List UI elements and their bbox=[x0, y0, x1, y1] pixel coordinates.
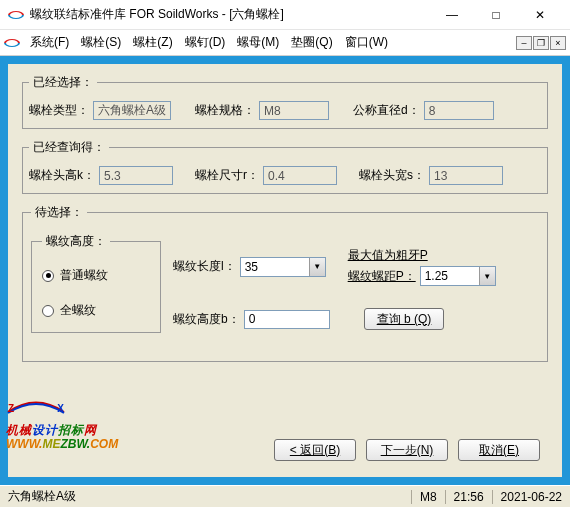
legend-selected: 已经选择： bbox=[29, 74, 97, 91]
field-r: 0.4 bbox=[263, 166, 337, 185]
label-len: 螺纹长度l： bbox=[173, 258, 236, 275]
chevron-down-icon[interactable]: ▼ bbox=[309, 258, 325, 276]
mdi-close-button[interactable]: × bbox=[550, 36, 566, 50]
menu-bolt[interactable]: 螺栓(S) bbox=[75, 32, 127, 53]
label-b: 螺纹高度b： bbox=[173, 311, 240, 328]
radio-normal-button[interactable] bbox=[42, 270, 54, 282]
menu-system[interactable]: 系统(F) bbox=[24, 32, 75, 53]
field-s: 13 bbox=[429, 166, 503, 185]
field-k: 5.3 bbox=[99, 166, 173, 185]
doc-icon bbox=[4, 35, 20, 51]
radio-full-label: 全螺纹 bbox=[60, 302, 96, 319]
label-r: 螺栓尺寸r： bbox=[195, 167, 259, 184]
field-b[interactable]: 0 bbox=[244, 310, 330, 329]
maximize-button[interactable]: □ bbox=[474, 1, 518, 29]
radio-normal[interactable]: 普通螺纹 bbox=[42, 267, 150, 284]
close-button[interactable]: ✕ bbox=[518, 1, 562, 29]
chevron-down-icon[interactable]: ▼ bbox=[479, 267, 495, 285]
cancel-button[interactable]: 取消(E) bbox=[458, 439, 540, 461]
label-pitch-hint: 最大值为粗牙P bbox=[348, 247, 496, 264]
next-button[interactable]: 下一步(N) bbox=[366, 439, 448, 461]
back-button[interactable]: < 返回(B) bbox=[274, 439, 356, 461]
mdi-minimize-button[interactable]: – bbox=[516, 36, 532, 50]
radio-normal-label: 普通螺纹 bbox=[60, 267, 108, 284]
status-spec: M8 bbox=[411, 490, 445, 504]
group-pending: 待选择： 螺纹高度： 普通螺纹 全螺纹 bbox=[22, 204, 548, 362]
app-icon bbox=[8, 7, 24, 23]
label-dia: 公称直径d： bbox=[353, 102, 420, 119]
menu-nut[interactable]: 螺母(M) bbox=[231, 32, 285, 53]
label-s: 螺栓头宽s： bbox=[359, 167, 425, 184]
label-type: 螺栓类型： bbox=[29, 102, 89, 119]
legend-pending: 待选择： bbox=[31, 204, 87, 221]
label-k: 螺栓头高k： bbox=[29, 167, 95, 184]
label-pitch: 螺纹螺距P： bbox=[348, 268, 416, 285]
mdi-restore-button[interactable]: ❐ bbox=[533, 36, 549, 50]
status-time: 21:56 bbox=[445, 490, 492, 504]
group-selected: 已经选择： 螺栓类型： 六角螺栓A级 螺栓规格： M8 公称直径d： 8 bbox=[22, 74, 548, 129]
field-dia: 8 bbox=[424, 101, 494, 120]
select-len[interactable]: 35 ▼ bbox=[240, 257, 326, 277]
status-date: 2021-06-22 bbox=[492, 490, 570, 504]
select-pitch[interactable]: 1.25 ▼ bbox=[420, 266, 496, 286]
status-file: 六角螺栓A级 bbox=[0, 488, 84, 505]
minimize-button[interactable]: — bbox=[430, 1, 474, 29]
menu-stud[interactable]: 螺柱(Z) bbox=[127, 32, 178, 53]
menu-window[interactable]: 窗口(W) bbox=[339, 32, 394, 53]
menu-washer[interactable]: 垫圈(Q) bbox=[285, 32, 338, 53]
query-b-button[interactable]: 查询 b (Q) bbox=[364, 308, 445, 330]
field-type: 六角螺栓A级 bbox=[93, 101, 171, 120]
label-spec: 螺栓规格： bbox=[195, 102, 255, 119]
menu-screw[interactable]: 螺钉(D) bbox=[179, 32, 232, 53]
window-title: 螺纹联结标准件库 FOR SoildWorks - [六角螺栓] bbox=[30, 6, 430, 23]
radio-full[interactable]: 全螺纹 bbox=[42, 302, 150, 319]
legend-thread-height: 螺纹高度： bbox=[42, 233, 110, 250]
group-queried: 已经查询得： 螺栓头高k： 5.3 螺栓尺寸r： 0.4 螺栓头宽s： 13 bbox=[22, 139, 548, 194]
field-spec: M8 bbox=[259, 101, 329, 120]
select-len-value: 35 bbox=[241, 258, 309, 276]
radio-full-button[interactable] bbox=[42, 305, 54, 317]
legend-queried: 已经查询得： bbox=[29, 139, 109, 156]
select-pitch-value: 1.25 bbox=[421, 267, 479, 285]
group-thread-height: 螺纹高度： 普通螺纹 全螺纹 bbox=[31, 233, 161, 333]
